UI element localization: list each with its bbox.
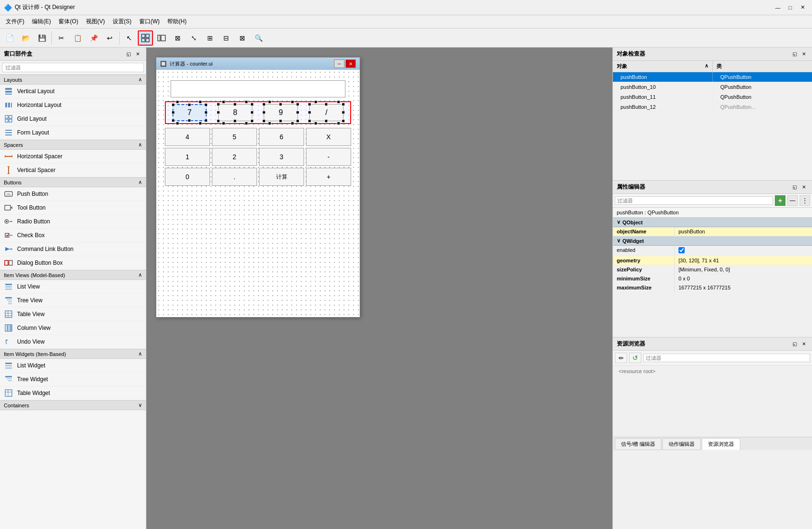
enabled-checkbox[interactable] — [678, 247, 685, 253]
calc-btn-0[interactable]: 0 — [165, 168, 210, 186]
widget-command-link-button[interactable]: Command Link Button — [0, 242, 146, 256]
widget-box-float[interactable]: ◱ — [124, 50, 133, 58]
category-spacers[interactable]: Spacers ∧ — [0, 140, 146, 150]
toolbar-layout2[interactable]: ⊞ — [202, 30, 218, 46]
prop-remove-button[interactable]: — — [787, 195, 798, 206]
calc-btn-1[interactable]: 1 — [165, 148, 210, 166]
toolbar-copy[interactable]: 📋 — [70, 30, 85, 46]
toolbar-paste[interactable]: 📌 — [86, 30, 101, 46]
prop-value-minsize[interactable]: 0 x 0 — [675, 274, 812, 283]
toolbar-undo[interactable]: ↩ — [102, 30, 117, 46]
object-col-header-object[interactable]: 对象 ∧ — [613, 61, 713, 72]
category-containers[interactable]: Containers ∨ — [0, 400, 146, 410]
designer-minimize[interactable]: ─ — [334, 59, 344, 68]
resource-browser-float[interactable]: ◱ — [790, 340, 799, 348]
toolbar-layout-grid[interactable] — [138, 30, 153, 46]
widget-horizontal-spacer[interactable]: Horizontal Spacer — [0, 150, 146, 164]
widget-list-widget[interactable]: List Widget — [0, 359, 146, 373]
menu-window[interactable]: 窗口(W) — [135, 16, 163, 27]
property-editor-close[interactable]: ✕ — [800, 183, 808, 192]
toolbar-pointer[interactable]: ↖ — [122, 30, 137, 46]
toolbar-open[interactable]: 📂 — [18, 30, 33, 46]
category-layouts[interactable]: Layouts ∧ — [0, 75, 146, 85]
toolbar-layout-horiz[interactable] — [154, 30, 169, 46]
toolbar-adjust[interactable]: ⤡ — [186, 30, 201, 46]
object-inspector-float[interactable]: ◱ — [790, 50, 799, 58]
widget-table-view[interactable]: Table View — [0, 308, 146, 321]
prop-add-button[interactable]: + — [775, 195, 785, 206]
tab-resource-browser[interactable]: 资源浏览器 — [702, 438, 740, 450]
resource-refresh-button[interactable]: ↺ — [629, 353, 641, 363]
widget-undo-view[interactable]: Undo View — [0, 335, 146, 349]
calc-btn-4[interactable]: 4 — [165, 128, 210, 146]
qwidget-section-header[interactable]: ∨ QWidget — [613, 236, 812, 246]
widget-table-widget[interactable]: Table Widget — [0, 386, 146, 400]
calc-btn-9[interactable]: 9 — [264, 104, 298, 121]
minimize-button[interactable]: — — [772, 3, 783, 12]
widget-check-box[interactable]: Check Box — [0, 229, 146, 242]
calc-btn-3[interactable]: 3 — [259, 148, 304, 166]
property-editor-float[interactable]: ◱ — [790, 183, 799, 192]
widget-form-layout[interactable]: Form Layout — [0, 126, 146, 140]
tab-signal-slot[interactable]: 信号/槽 编辑器 — [615, 438, 661, 450]
resource-edit-button[interactable]: ✏ — [615, 353, 627, 363]
widget-dialog-button-box[interactable]: Dialog Button Box — [0, 256, 146, 270]
menu-help[interactable]: 帮助(H) — [163, 16, 191, 27]
prop-row-sizepolicy[interactable]: sizePolicy [Minimum, Fixed, 0, 0] — [613, 265, 812, 274]
widget-vertical-spacer[interactable]: Vertical Spacer — [0, 164, 146, 177]
prop-settings-button[interactable]: ⋮ — [800, 195, 810, 206]
toolbar-layout4[interactable]: ⊠ — [235, 30, 250, 46]
widget-filter-input[interactable] — [2, 63, 144, 72]
calc-btn-equal[interactable]: 计算 — [259, 168, 304, 186]
widget-tool-button[interactable]: Tool Button — [0, 201, 146, 215]
category-item-views[interactable]: Item Views (Model-Based) ∧ — [0, 270, 146, 280]
toolbar-cut[interactable]: ✂ — [54, 30, 69, 46]
close-button[interactable]: ✕ — [797, 3, 808, 12]
menu-settings[interactable]: 设置(S) — [109, 16, 135, 27]
widget-radio-button[interactable]: Radio Button — [0, 215, 146, 229]
resource-browser-close[interactable]: ✕ — [800, 340, 808, 348]
object-inspector-close[interactable]: ✕ — [800, 50, 808, 58]
widget-tree-widget[interactable]: Tree Widget — [0, 373, 146, 386]
prop-row-objectname[interactable]: objectName pushButton — [613, 227, 812, 236]
designer-content[interactable]: 7 8 — [156, 70, 360, 317]
prop-value-maxsize[interactable]: 16777215 x 16777215 — [675, 283, 812, 292]
maximize-button[interactable]: □ — [784, 3, 796, 12]
toolbar-break[interactable]: ⊠ — [170, 30, 185, 46]
prop-row-maxsize[interactable]: maximumSize 16777215 x 16777215 — [613, 283, 812, 292]
prop-row-geometry[interactable]: geometry [30, 120], 71 x 41 — [613, 256, 812, 265]
widget-horizontal-layout[interactable]: Horizontal Layout — [0, 98, 146, 112]
prop-value-geometry[interactable]: [30, 120], 71 x 41 — [675, 256, 812, 265]
prop-row-enabled[interactable]: enabled — [613, 246, 812, 256]
calc-btn-2[interactable]: 2 — [212, 148, 257, 166]
design-area[interactable]: 🔲 计算器 - counter.ui ─ ✕ — [146, 48, 612, 529]
widget-box-close[interactable]: ✕ — [134, 50, 142, 58]
calc-btn-8[interactable]: 8 — [218, 104, 252, 121]
calc-btn-x[interactable]: X — [306, 128, 351, 146]
tab-action-editor[interactable]: 动作编辑器 — [662, 438, 701, 450]
category-buttons[interactable]: Buttons ∧ — [0, 177, 146, 187]
widget-tree-view[interactable]: Tree View — [0, 294, 146, 308]
toolbar-layout3[interactable]: ⊟ — [219, 30, 234, 46]
menu-edit[interactable]: 编辑(E) — [28, 16, 55, 27]
menu-form[interactable]: 窗体(O) — [55, 16, 82, 27]
toolbar-preview[interactable]: 🔍 — [251, 30, 266, 46]
category-item-widgets[interactable]: Item Widgets (Item-Based) ∧ — [0, 349, 146, 359]
widget-column-view[interactable]: Column View — [0, 321, 146, 335]
object-row-3[interactable]: pushButton_12 QPushButton... — [613, 102, 812, 112]
widget-push-button[interactable]: OK Push Button — [0, 187, 146, 201]
designer-close[interactable]: ✕ — [345, 59, 356, 68]
calc-btn-6[interactable]: 6 — [259, 128, 304, 146]
object-col-header-class[interactable]: 类 — [713, 61, 812, 72]
calc-btn-minus[interactable]: - — [306, 148, 351, 166]
object-row-2[interactable]: pushButton_11 QPushButton — [613, 92, 812, 102]
object-row-1[interactable]: pushButton_10 QPushButton — [613, 82, 812, 92]
calc-btn-div[interactable]: / — [309, 104, 344, 121]
widget-grid-layout[interactable]: Grid Layout — [0, 112, 146, 126]
widget-list-view[interactable]: List View — [0, 280, 146, 294]
qobject-section-header[interactable]: ∨ QObject — [613, 218, 812, 227]
resource-filter-input[interactable] — [643, 354, 810, 362]
toolbar-new[interactable]: 📄 — [2, 30, 17, 46]
widget-vertical-layout[interactable]: Vertical Layout — [0, 85, 146, 98]
calc-btn-5[interactable]: 5 — [212, 128, 257, 146]
